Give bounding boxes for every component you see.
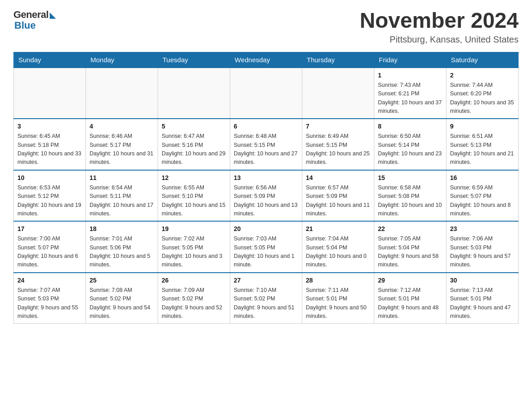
calendar-cell: 27Sunrise: 7:10 AM Sunset: 5:02 PM Dayli… xyxy=(230,273,302,324)
day-number: 11 xyxy=(90,173,154,183)
day-info: Sunrise: 6:55 AM Sunset: 5:10 PM Dayligh… xyxy=(162,184,226,218)
day-number: 1 xyxy=(378,71,442,80)
calendar-cell xyxy=(230,68,302,119)
day-of-week-header: Thursday xyxy=(302,52,374,68)
day-number: 20 xyxy=(234,224,298,234)
day-number: 25 xyxy=(90,276,154,285)
day-info: Sunrise: 6:58 AM Sunset: 5:08 PM Dayligh… xyxy=(378,184,442,218)
day-number: 9 xyxy=(450,122,515,131)
calendar-cell: 10Sunrise: 6:53 AM Sunset: 5:12 PM Dayli… xyxy=(14,170,86,222)
calendar-week-row: 10Sunrise: 6:53 AM Sunset: 5:12 PM Dayli… xyxy=(14,170,519,222)
day-info: Sunrise: 7:02 AM Sunset: 5:05 PM Dayligh… xyxy=(162,235,226,270)
title-section: November 2024 Pittsburg, Kansas, United … xyxy=(360,9,519,45)
day-of-week-header: Friday xyxy=(374,52,446,68)
day-number: 15 xyxy=(378,173,442,183)
calendar-cell xyxy=(158,68,230,119)
day-number: 18 xyxy=(90,224,154,234)
calendar-table: SundayMondayTuesdayWednesdayThursdayFrid… xyxy=(13,52,519,324)
calendar-cell: 9Sunrise: 6:51 AM Sunset: 5:13 PM Daylig… xyxy=(446,119,519,170)
calendar-cell: 28Sunrise: 7:11 AM Sunset: 5:01 PM Dayli… xyxy=(302,273,374,324)
day-info: Sunrise: 7:12 AM Sunset: 5:01 PM Dayligh… xyxy=(378,286,442,321)
day-info: Sunrise: 6:45 AM Sunset: 5:18 PM Dayligh… xyxy=(17,132,82,167)
calendar-cell: 4Sunrise: 6:46 AM Sunset: 5:17 PM Daylig… xyxy=(86,119,158,170)
calendar-cell: 3Sunrise: 6:45 AM Sunset: 5:18 PM Daylig… xyxy=(14,119,86,170)
day-of-week-header: Monday xyxy=(86,52,158,68)
day-number: 8 xyxy=(378,122,442,131)
calendar-cell: 24Sunrise: 7:07 AM Sunset: 5:03 PM Dayli… xyxy=(14,273,86,324)
calendar-cell: 19Sunrise: 7:02 AM Sunset: 5:05 PM Dayli… xyxy=(158,221,230,273)
calendar-cell: 6Sunrise: 6:48 AM Sunset: 5:15 PM Daylig… xyxy=(230,119,302,170)
day-info: Sunrise: 6:50 AM Sunset: 5:14 PM Dayligh… xyxy=(378,132,442,167)
calendar-cell: 16Sunrise: 6:59 AM Sunset: 5:07 PM Dayli… xyxy=(446,170,519,222)
day-info: Sunrise: 7:05 AM Sunset: 5:04 PM Dayligh… xyxy=(378,235,442,270)
calendar-cell: 20Sunrise: 7:03 AM Sunset: 5:05 PM Dayli… xyxy=(230,221,302,273)
day-number: 30 xyxy=(450,276,515,285)
calendar-cell: 13Sunrise: 6:56 AM Sunset: 5:09 PM Dayli… xyxy=(230,170,302,222)
day-number: 14 xyxy=(306,173,370,183)
day-of-week-header: Saturday xyxy=(446,52,519,68)
calendar-cell: 11Sunrise: 6:54 AM Sunset: 5:11 PM Dayli… xyxy=(86,170,158,222)
day-info: Sunrise: 6:48 AM Sunset: 5:15 PM Dayligh… xyxy=(234,132,298,167)
day-number: 22 xyxy=(378,224,442,234)
day-info: Sunrise: 6:53 AM Sunset: 5:12 PM Dayligh… xyxy=(17,184,82,218)
calendar-cell: 12Sunrise: 6:55 AM Sunset: 5:10 PM Dayli… xyxy=(158,170,230,222)
day-info: Sunrise: 6:49 AM Sunset: 5:15 PM Dayligh… xyxy=(306,132,370,167)
day-number: 3 xyxy=(17,122,82,131)
day-info: Sunrise: 7:01 AM Sunset: 5:06 PM Dayligh… xyxy=(90,235,154,270)
day-info: Sunrise: 6:47 AM Sunset: 5:16 PM Dayligh… xyxy=(162,132,226,167)
calendar-header: SundayMondayTuesdayWednesdayThursdayFrid… xyxy=(14,52,519,68)
calendar-body: 1Sunrise: 7:43 AM Sunset: 6:21 PM Daylig… xyxy=(14,68,519,324)
day-number: 17 xyxy=(17,224,82,234)
day-number: 23 xyxy=(450,224,515,234)
calendar-cell: 14Sunrise: 6:57 AM Sunset: 5:09 PM Dayli… xyxy=(302,170,374,222)
day-info: Sunrise: 7:04 AM Sunset: 5:04 PM Dayligh… xyxy=(306,235,370,270)
day-info: Sunrise: 7:10 AM Sunset: 5:02 PM Dayligh… xyxy=(234,286,298,321)
day-of-week-header: Sunday xyxy=(14,52,86,68)
day-info: Sunrise: 6:51 AM Sunset: 5:13 PM Dayligh… xyxy=(450,132,515,167)
day-info: Sunrise: 6:54 AM Sunset: 5:11 PM Dayligh… xyxy=(90,184,154,218)
day-number: 2 xyxy=(450,71,515,80)
logo-triangle-icon xyxy=(50,13,56,19)
day-info: Sunrise: 7:06 AM Sunset: 5:03 PM Dayligh… xyxy=(450,235,515,270)
calendar-cell: 21Sunrise: 7:04 AM Sunset: 5:04 PM Dayli… xyxy=(302,221,374,273)
day-info: Sunrise: 6:46 AM Sunset: 5:17 PM Dayligh… xyxy=(90,132,154,167)
calendar-week-row: 24Sunrise: 7:07 AM Sunset: 5:03 PM Dayli… xyxy=(14,273,519,324)
calendar-cell: 29Sunrise: 7:12 AM Sunset: 5:01 PM Dayli… xyxy=(374,273,446,324)
calendar-cell: 23Sunrise: 7:06 AM Sunset: 5:03 PM Dayli… xyxy=(446,221,519,273)
day-number: 13 xyxy=(234,173,298,183)
calendar-cell xyxy=(86,68,158,119)
day-number: 7 xyxy=(306,122,370,131)
day-number: 4 xyxy=(90,122,154,131)
day-number: 24 xyxy=(17,276,82,285)
calendar-cell: 25Sunrise: 7:08 AM Sunset: 5:02 PM Dayli… xyxy=(86,273,158,324)
day-info: Sunrise: 6:57 AM Sunset: 5:09 PM Dayligh… xyxy=(306,184,370,218)
logo-general-text: General xyxy=(13,9,48,21)
calendar-cell: 2Sunrise: 7:44 AM Sunset: 6:20 PM Daylig… xyxy=(446,68,519,119)
day-info: Sunrise: 7:09 AM Sunset: 5:02 PM Dayligh… xyxy=(162,286,226,321)
day-info: Sunrise: 7:43 AM Sunset: 6:21 PM Dayligh… xyxy=(378,81,442,116)
day-number: 16 xyxy=(450,173,515,183)
calendar-cell xyxy=(14,68,86,119)
calendar-cell: 18Sunrise: 7:01 AM Sunset: 5:06 PM Dayli… xyxy=(86,221,158,273)
month-title: November 2024 xyxy=(360,9,519,33)
day-info: Sunrise: 7:08 AM Sunset: 5:02 PM Dayligh… xyxy=(90,286,154,321)
day-info: Sunrise: 7:44 AM Sunset: 6:20 PM Dayligh… xyxy=(450,81,515,116)
calendar-cell xyxy=(302,68,374,119)
location-text: Pittsburg, Kansas, United States xyxy=(360,34,519,45)
day-info: Sunrise: 7:11 AM Sunset: 5:01 PM Dayligh… xyxy=(306,286,370,321)
calendar-week-row: 1Sunrise: 7:43 AM Sunset: 6:21 PM Daylig… xyxy=(14,68,519,119)
day-number: 27 xyxy=(234,276,298,285)
day-info: Sunrise: 7:03 AM Sunset: 5:05 PM Dayligh… xyxy=(234,235,298,270)
calendar-cell: 26Sunrise: 7:09 AM Sunset: 5:02 PM Dayli… xyxy=(158,273,230,324)
day-number: 6 xyxy=(234,122,298,131)
calendar-cell: 8Sunrise: 6:50 AM Sunset: 5:14 PM Daylig… xyxy=(374,119,446,170)
day-number: 10 xyxy=(17,173,82,183)
calendar-cell: 15Sunrise: 6:58 AM Sunset: 5:08 PM Dayli… xyxy=(374,170,446,222)
logo-blue-text: Blue xyxy=(13,20,36,31)
day-info: Sunrise: 7:13 AM Sunset: 5:01 PM Dayligh… xyxy=(450,286,515,321)
day-info: Sunrise: 7:07 AM Sunset: 5:03 PM Dayligh… xyxy=(17,286,82,321)
calendar-cell: 22Sunrise: 7:05 AM Sunset: 5:04 PM Dayli… xyxy=(374,221,446,273)
day-number: 21 xyxy=(306,224,370,234)
day-number: 29 xyxy=(378,276,442,285)
calendar-cell: 17Sunrise: 7:00 AM Sunset: 5:07 PM Dayli… xyxy=(14,221,86,273)
